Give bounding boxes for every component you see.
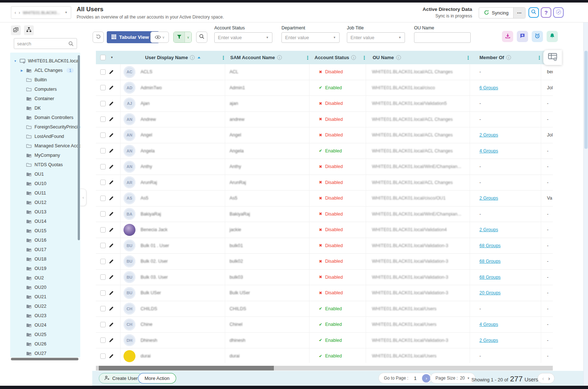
edit-pencil-icon[interactable]: [109, 259, 114, 264]
job-title-filter[interactable]: Enter value ▼: [347, 32, 405, 43]
tree-item-ou20[interactable]: OU20: [10, 283, 80, 292]
row-checkbox[interactable]: [100, 243, 106, 248]
global-search-button[interactable]: [528, 7, 539, 18]
goto-page-input[interactable]: [410, 376, 421, 381]
edit-pencil-icon[interactable]: [109, 212, 114, 216]
tree-item-computers[interactable]: Computers: [10, 85, 80, 94]
edit-pencil-icon[interactable]: [109, 180, 114, 185]
row-checkbox[interactable]: [100, 274, 106, 280]
column-header-status[interactable]: Account Status i ⋮: [309, 51, 366, 64]
member-of-link[interactable]: 68 Groups: [479, 259, 500, 264]
row-checkbox[interactable]: [100, 69, 106, 75]
tree-item-managed-service-accounts[interactable]: Managed Service Accounts: [10, 141, 80, 151]
edit-pencil-icon[interactable]: [109, 85, 114, 90]
goto-page-button[interactable]: ›: [422, 374, 430, 382]
row-checkbox[interactable]: [100, 259, 106, 264]
export-button[interactable]: [502, 31, 513, 42]
tree-item-ou26[interactable]: OU26: [10, 339, 80, 349]
row-checkbox[interactable]: [100, 337, 106, 343]
tree-item-ou1[interactable]: OU1: [10, 169, 80, 179]
tree-item-ou24[interactable]: OU24: [10, 320, 80, 330]
tree-item-ou22[interactable]: OU22: [10, 302, 80, 311]
column-header-sam[interactable]: SAM Account Name i ⋮: [225, 51, 309, 64]
row-checkbox[interactable]: [100, 306, 106, 311]
tree-expander-closed-icon[interactable]: ▶: [20, 69, 24, 72]
next-page-button[interactable]: ›: [548, 376, 550, 381]
help-button[interactable]: ?: [541, 7, 551, 18]
account-status-filter[interactable]: Enter value ▼: [214, 32, 272, 43]
edit-pencil-icon[interactable]: [109, 228, 114, 232]
row-checkbox[interactable]: [100, 196, 106, 201]
tree-item-ou11[interactable]: OU11: [10, 188, 80, 198]
row-checkbox[interactable]: [100, 353, 106, 359]
row-checkbox[interactable]: [100, 116, 106, 122]
tree-item-acl-changes[interactable]: ▶ACL Changes1: [10, 66, 80, 75]
refresh-button[interactable]: [93, 32, 104, 43]
tree-horizontal-scrollbar[interactable]: [11, 358, 78, 360]
member-of-link[interactable]: 4 Groups: [479, 148, 498, 153]
tree-item-ou16[interactable]: OU16: [10, 236, 80, 245]
filter-button[interactable]: ∨: [173, 32, 192, 43]
ou-name-filter-input[interactable]: [414, 32, 471, 43]
tree-item-ou27[interactable]: OU27: [10, 349, 80, 357]
edit-pencil-icon[interactable]: [109, 291, 114, 295]
row-checkbox[interactable]: [100, 180, 106, 185]
tree-item-domain-controllers[interactable]: Domain Controllers: [10, 113, 80, 122]
domain-back-icon[interactable]: ‹: [15, 10, 16, 15]
table-horizontal-scrollbar[interactable]: [96, 366, 553, 370]
tree-view-toggle-button[interactable]: [24, 25, 34, 35]
sync-more-button[interactable]: •••: [513, 8, 525, 18]
tree-item-ou21[interactable]: OU21: [10, 292, 80, 302]
column-header-ou[interactable]: OU Name i ⋮: [366, 51, 470, 64]
edit-pencil-icon[interactable]: [109, 70, 114, 74]
edit-pencil-icon[interactable]: [109, 164, 114, 169]
member-of-link[interactable]: 6 Groups: [479, 85, 498, 90]
tree-item-ou13[interactable]: OU13: [10, 207, 80, 217]
table-search-button[interactable]: [196, 32, 207, 43]
tree-item-ou12[interactable]: OU12: [10, 198, 80, 207]
filter-dropdown-toggle[interactable]: ∨: [184, 32, 191, 42]
multi-select-toggle-button[interactable]: [11, 25, 21, 35]
scrollbar-thumb[interactable]: [99, 366, 274, 370]
page-vertical-scrollbar[interactable]: [583, 22, 588, 386]
tree-item-ou18[interactable]: OU18: [10, 254, 80, 264]
edit-pencil-icon[interactable]: [109, 275, 114, 279]
row-checkbox[interactable]: [100, 290, 106, 296]
column-settings-button[interactable]: [543, 50, 562, 65]
tree-item-lostandfound[interactable]: LostAndFound: [10, 132, 80, 141]
scheduled-tasks-button[interactable]: [553, 7, 564, 18]
member-of-link[interactable]: 2 Groups: [479, 132, 498, 138]
edit-pencil-icon[interactable]: [109, 148, 114, 153]
row-checkbox[interactable]: [100, 85, 106, 90]
tree-item-dk[interactable]: DK: [10, 103, 80, 113]
member-of-link[interactable]: 2 Groups: [479, 338, 498, 343]
scheduler-button[interactable]: [532, 31, 543, 42]
row-checkbox[interactable]: [100, 101, 106, 106]
row-checkbox[interactable]: [100, 211, 106, 217]
tree-item-ou17[interactable]: OU17: [10, 245, 80, 254]
domain-forward-icon[interactable]: ›: [19, 10, 20, 15]
column-header-display-name[interactable]: User Display Name i ⋮: [121, 51, 225, 64]
edit-pencil-icon[interactable]: [109, 338, 114, 343]
tree-expander-open-icon[interactable]: ▼: [13, 60, 17, 63]
select-all-checkbox[interactable]: [100, 55, 106, 60]
tree-item-ou15[interactable]: OU15: [10, 226, 80, 236]
department-filter[interactable]: Enter value ▼: [281, 32, 340, 43]
tree-item-foreignsecurityprincipals[interactable]: ForeignSecurityPrincipals: [10, 122, 80, 132]
row-checkbox[interactable]: [100, 227, 106, 233]
column-header-member-of[interactable]: Member Of i ⋮: [470, 51, 541, 64]
create-user-button[interactable]: Create User: [99, 373, 143, 384]
previous-page-button[interactable]: ‹: [542, 376, 544, 381]
edit-pencil-icon[interactable]: [109, 117, 114, 122]
member-of-link[interactable]: 68 Groups: [479, 275, 500, 280]
edit-pencil-icon[interactable]: [109, 306, 114, 311]
sync-button[interactable]: Syncing: [479, 8, 513, 18]
row-checkbox[interactable]: [100, 322, 106, 327]
edit-pencil-icon[interactable]: [109, 354, 114, 359]
notifications-button[interactable]: [547, 31, 558, 42]
tree-item-ou25[interactable]: OU25: [10, 330, 80, 339]
tree-item-white01-black01-local[interactable]: ▼WHITE01.BLACK01.local76: [10, 56, 80, 66]
member-of-link[interactable]: 4 Groups: [479, 322, 498, 327]
scrollbar-thumb[interactable]: [584, 51, 588, 149]
sidebar-collapse-handle[interactable]: ‹: [80, 189, 86, 206]
